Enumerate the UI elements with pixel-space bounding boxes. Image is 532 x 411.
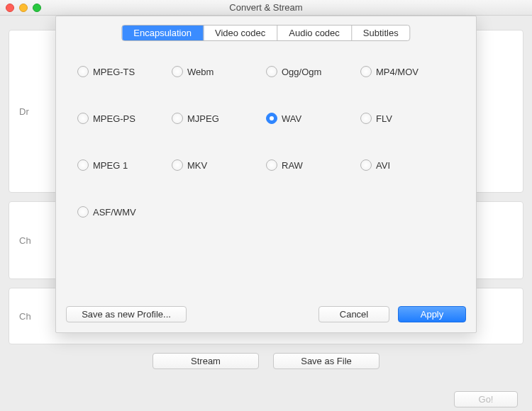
tab-encapsulation[interactable]: Encapsulation xyxy=(122,26,204,40)
zoom-icon[interactable] xyxy=(33,4,41,12)
radio-label: WAV xyxy=(282,113,301,124)
apply-button[interactable]: Apply xyxy=(398,306,466,322)
bg-panel-label: Ch xyxy=(19,311,31,322)
radio-mkv[interactable]: MKV xyxy=(172,159,266,171)
radio-mpeg-1[interactable]: MPEG 1 xyxy=(77,159,172,171)
radio-flv[interactable]: FLV xyxy=(360,113,455,124)
radio-mpeg-ts[interactable]: MPEG-TS xyxy=(77,66,172,77)
radio-dot-icon xyxy=(266,159,277,171)
stream-button[interactable]: Stream xyxy=(153,353,259,369)
radio-ogg-ogm[interactable]: Ogg/Ogm xyxy=(266,66,360,77)
radio-dot-icon xyxy=(172,66,183,77)
radio-avi[interactable]: AVI xyxy=(360,159,455,171)
radio-dot-icon xyxy=(360,66,372,77)
bg-panel-drop-label: Dr xyxy=(19,106,29,117)
radio-label: RAW xyxy=(282,160,303,171)
tab-audio-codec[interactable]: Audio codec xyxy=(277,26,352,40)
radio-dot-icon xyxy=(266,113,277,124)
tab-video-codec[interactable]: Video codec xyxy=(204,26,277,40)
close-icon[interactable] xyxy=(6,4,14,12)
sheet-button-row: Save as new Profile... Cancel Apply xyxy=(66,306,466,322)
cancel-button[interactable]: Cancel xyxy=(318,306,389,322)
radio-dot-icon xyxy=(172,159,183,171)
radio-label: MPEG-TS xyxy=(93,67,135,77)
radio-label: MJPEG xyxy=(187,113,219,124)
radio-dot-icon xyxy=(77,206,89,218)
window-controls xyxy=(6,4,41,12)
radio-dot-icon xyxy=(77,66,89,77)
go-button[interactable]: Go! xyxy=(454,391,518,407)
radio-label: MKV xyxy=(187,160,207,171)
radio-label: ASF/WMV xyxy=(93,207,136,218)
radio-dot-icon xyxy=(77,113,89,124)
tab-bar: EncapsulationVideo codecAudio codecSubti… xyxy=(121,25,410,41)
radio-dot-icon xyxy=(360,113,372,124)
window-title: Convert & Stream xyxy=(229,2,302,13)
radio-label: AVI xyxy=(376,160,390,171)
radio-label: Webm xyxy=(187,67,214,77)
radio-label: MP4/MOV xyxy=(376,67,419,77)
encapsulation-radio-grid: MPEG-TSWebmOgg/OgmMP4/MOVMPEG-PSMJPEGWAV… xyxy=(77,66,455,218)
tab-subtitles[interactable]: Subtitles xyxy=(352,26,410,40)
bg-panel-label: Ch xyxy=(19,235,31,246)
profile-edit-sheet: EncapsulationVideo codecAudio codecSubti… xyxy=(55,16,477,333)
radio-dot-icon xyxy=(77,159,89,171)
radio-label: Ogg/Ogm xyxy=(282,67,321,77)
radio-label: MPEG 1 xyxy=(93,160,128,171)
radio-label: FLV xyxy=(376,113,392,124)
titlebar: Convert & Stream xyxy=(0,0,532,16)
radio-mpeg-ps[interactable]: MPEG-PS xyxy=(77,113,172,124)
radio-dot-icon xyxy=(266,66,277,77)
radio-dot-icon xyxy=(360,159,372,171)
save-as-new-profile-button[interactable]: Save as new Profile... xyxy=(66,306,187,322)
radio-raw[interactable]: RAW xyxy=(266,159,360,171)
minimize-icon[interactable] xyxy=(19,4,28,12)
radio-dot-icon xyxy=(172,113,183,124)
bg-dest-buttons: Stream Save as File xyxy=(0,353,532,369)
radio-label: MPEG-PS xyxy=(93,113,135,124)
radio-mjpeg[interactable]: MJPEG xyxy=(172,113,266,124)
radio-webm[interactable]: Webm xyxy=(172,66,266,77)
save-as-file-button[interactable]: Save as File xyxy=(273,353,379,369)
radio-wav[interactable]: WAV xyxy=(266,113,360,124)
radio-mp4-mov[interactable]: MP4/MOV xyxy=(360,66,455,77)
radio-asf-wmv[interactable]: ASF/WMV xyxy=(77,206,172,218)
